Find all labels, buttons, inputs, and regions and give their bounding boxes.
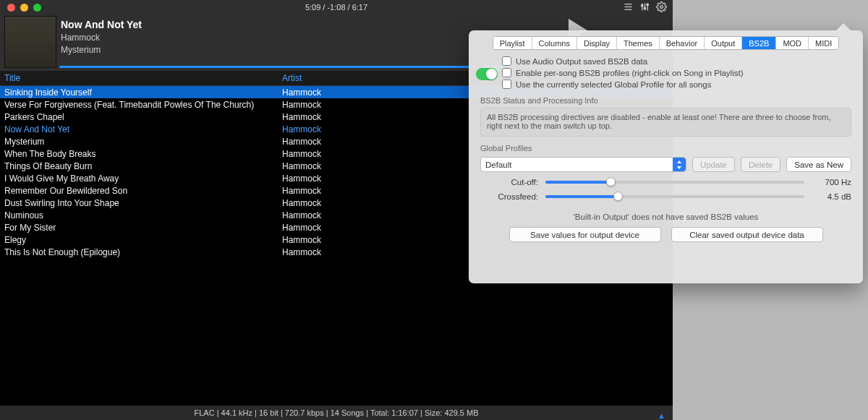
track-artist: Hammock — [282, 210, 463, 220]
track-artist: Hammock — [282, 149, 463, 159]
track-artist: Hammock — [282, 87, 463, 98]
check-use-global-label: Use the currently selected Global Profil… — [516, 80, 711, 89]
window-controls — [7, 4, 41, 12]
time-readout: 5:09 / -1:08 / 6:17 — [0, 3, 673, 12]
tab-midi[interactable]: MIDI — [809, 37, 838, 49]
save-as-new-button[interactable]: Save as New — [786, 157, 851, 172]
album-art[interactable] — [4, 16, 56, 68]
check-per-song-label: Enable per-song BS2B profiles (right-cli… — [516, 69, 743, 77]
track-artist: Hammock — [282, 186, 463, 196]
crossfeed-value: 4.5 dB — [812, 192, 851, 201]
maximize-icon[interactable] — [33, 4, 41, 12]
minimize-icon[interactable] — [20, 4, 28, 12]
now-playing-artist: Hammock — [61, 33, 142, 43]
bs2b-master-toggle[interactable] — [476, 68, 498, 80]
cutoff-slider[interactable] — [545, 181, 804, 184]
track-artist: Hammock — [282, 173, 463, 184]
track-title: Sinking Inside Yourself — [0, 87, 282, 98]
settings-panel: PlaylistColumnsDisplayThemesBehaviorOutp… — [469, 30, 863, 283]
tab-themes[interactable]: Themes — [617, 37, 660, 49]
delete-button[interactable]: Delete — [741, 157, 780, 172]
profile-select[interactable]: Default — [480, 157, 686, 172]
track-artist: Hammock — [282, 124, 463, 134]
svg-point-8 — [647, 4, 649, 6]
track-title: Elegy — [0, 235, 282, 245]
tab-behavior[interactable]: Behavior — [660, 37, 705, 49]
track-title: Remember Our Bewildered Son — [0, 186, 282, 196]
track-title: Verse For Forgiveness (Feat. Timebandit … — [0, 100, 282, 110]
track-artist: Hammock — [282, 137, 463, 147]
check-use-saved[interactable] — [502, 56, 511, 66]
track-title: This Is Not Enough (Epilogue) — [0, 247, 282, 257]
track-title: Dust Swirling Into Your Shape — [0, 198, 282, 208]
tab-output[interactable]: Output — [705, 37, 742, 49]
track-title: For My Sister — [0, 223, 282, 233]
track-title: Things Of Beauty Burn — [0, 161, 282, 171]
crossfeed-slider[interactable] — [545, 195, 804, 198]
now-playing-album: Mysterium — [61, 45, 142, 55]
track-artist: Hammock — [282, 112, 463, 122]
status-bar: FLAC | 44.1 kHz | 16 bit | 720.7 kbps | … — [0, 406, 673, 420]
close-icon[interactable] — [7, 4, 15, 12]
chevron-updown-icon — [673, 158, 686, 171]
track-artist: Hammock — [282, 100, 463, 110]
track-artist: Hammock — [282, 161, 463, 171]
check-use-global[interactable] — [502, 80, 511, 89]
track-title: Now And Not Yet — [0, 124, 282, 134]
column-artist[interactable]: Artist — [282, 73, 463, 83]
tab-bs2b[interactable]: BS2B — [742, 37, 776, 49]
status-info-box: All BS2B processing directives are disab… — [480, 108, 851, 137]
column-title[interactable]: Title — [0, 73, 282, 83]
cutoff-value: 700 Hz — [812, 178, 851, 187]
queue-icon[interactable] — [623, 1, 634, 14]
track-title: Numinous — [0, 210, 282, 220]
tab-display[interactable]: Display — [577, 37, 617, 49]
svg-point-7 — [644, 7, 646, 9]
check-use-saved-label: Use Audio Output saved BS2B data — [516, 57, 647, 66]
tab-mod[interactable]: MOD — [776, 37, 809, 49]
track-artist: Hammock — [282, 247, 463, 257]
equalizer-icon[interactable] — [639, 1, 650, 14]
status-section-label: BS2B Status and Processing Info — [480, 96, 851, 105]
clear-device-button[interactable]: Clear saved output device data — [671, 227, 823, 242]
gear-icon[interactable] — [656, 1, 667, 14]
expand-icon[interactable]: ▲ — [658, 408, 665, 420]
track-artist: Hammock — [282, 235, 463, 245]
check-per-song[interactable] — [502, 68, 511, 77]
svg-point-9 — [660, 6, 663, 9]
tab-playlist[interactable]: Playlist — [493, 37, 532, 49]
now-playing-title: Now And Not Yet — [61, 19, 142, 30]
cutoff-label: Cut-off: — [480, 178, 538, 187]
track-artist: Hammock — [282, 223, 463, 233]
update-button[interactable]: Update — [692, 157, 735, 172]
crossfeed-label: Crossfeed: — [480, 192, 538, 201]
track-title: When The Body Breaks — [0, 149, 282, 159]
svg-point-6 — [642, 4, 644, 7]
track-title: I Would Give My Breath Away — [0, 173, 282, 184]
tab-columns[interactable]: Columns — [532, 37, 577, 49]
settings-tabs: PlaylistColumnsDisplayThemesBehaviorOutp… — [469, 30, 863, 54]
titlebar: 5:09 / -1:08 / 6:17 — [0, 0, 673, 14]
save-device-button[interactable]: Save values for output device — [509, 227, 661, 242]
track-artist: Hammock — [282, 198, 463, 208]
track-title: Parkers Chapel — [0, 112, 282, 122]
output-note: 'Built-in Output' does not have saved BS… — [480, 213, 851, 221]
profiles-section-label: Global Profiles — [480, 144, 851, 153]
track-title: Mysterium — [0, 137, 282, 147]
